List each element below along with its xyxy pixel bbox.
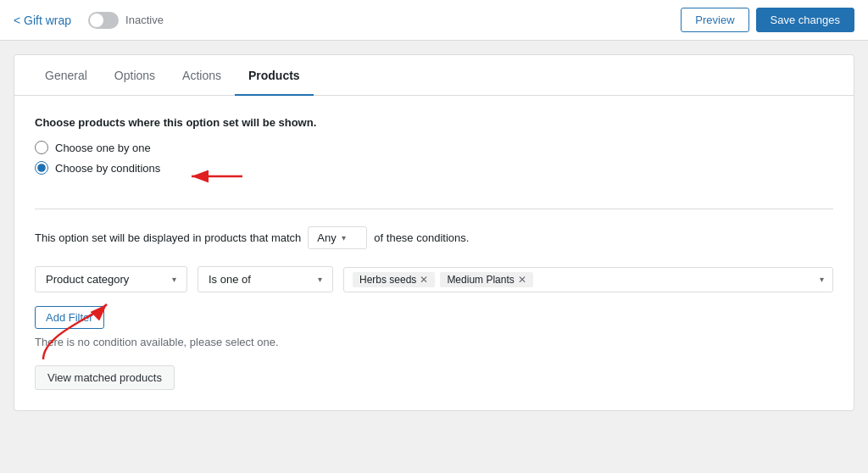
view-matched-button[interactable]: View matched products: [35, 365, 175, 390]
back-button[interactable]: < Gift wrap: [14, 14, 71, 27]
tag-medium-plants-label: Medium Plants: [447, 274, 514, 286]
radio-one-by-one-label: Choose one by one: [55, 142, 151, 154]
status-label: Inactive: [125, 14, 164, 26]
radio-one-by-one[interactable]: Choose one by one: [35, 141, 160, 154]
tab-actions[interactable]: Actions: [169, 55, 235, 96]
radio-by-conditions-label: Choose by conditions: [55, 162, 160, 175]
products-tab-content: Choose products where this option set wi…: [14, 96, 854, 410]
arrow-decoration-2: [26, 300, 128, 368]
status-toggle[interactable]: [88, 12, 119, 29]
tags-select-chevron: ▾: [820, 275, 824, 284]
header: < Gift wrap Inactive Preview Save change…: [0, 0, 868, 41]
arrow-decoration-1: [183, 164, 251, 188]
preview-button[interactable]: Preview: [681, 8, 748, 32]
tab-general[interactable]: General: [31, 55, 101, 96]
tags-select[interactable]: Herbs seeds ✕ Medium Plants ✕ ▾: [343, 267, 833, 292]
conditions-row: This option set will be displayed in pro…: [35, 226, 833, 249]
conditions-text-after: of these conditions.: [374, 231, 469, 244]
conditions-text-before: This option set will be displayed in pro…: [35, 231, 301, 244]
radio-one-by-one-input[interactable]: [35, 141, 48, 154]
match-value: Any: [317, 231, 336, 244]
radio-by-conditions-input[interactable]: [35, 161, 48, 175]
category-label: Product category: [46, 273, 129, 286]
tag-herbs-seeds: Herbs seeds ✕: [353, 272, 435, 287]
header-right: Preview Save changes: [681, 8, 854, 32]
toggle-wrapper: Inactive: [88, 12, 164, 29]
no-condition-text: There is no condition available, please …: [35, 336, 833, 348]
match-select[interactable]: Any ▾: [308, 226, 367, 249]
tab-bar: General Options Actions Products: [14, 55, 854, 96]
main-content: General Options Actions Products Choose …: [0, 41, 868, 473]
category-select[interactable]: Product category ▾: [35, 266, 187, 292]
category-chevron: ▾: [172, 275, 176, 284]
tag-herbs-seeds-label: Herbs seeds: [359, 274, 416, 286]
operator-label: Is one of: [209, 273, 251, 286]
content-card: General Options Actions Products Choose …: [14, 54, 854, 411]
tab-options[interactable]: Options: [101, 55, 169, 96]
save-button[interactable]: Save changes: [756, 8, 854, 32]
match-select-chevron: ▾: [342, 233, 346, 242]
tag-herbs-seeds-close[interactable]: ✕: [420, 274, 428, 286]
radio-group: Choose one by one Choose by conditions: [35, 141, 160, 175]
operator-chevron: ▾: [318, 275, 322, 284]
tag-medium-plants: Medium Plants ✕: [440, 272, 532, 287]
radio-by-conditions[interactable]: Choose by conditions: [35, 161, 160, 175]
tag-medium-plants-close[interactable]: ✕: [518, 274, 526, 286]
operator-select[interactable]: Is one of ▾: [198, 266, 333, 292]
filter-row: Product category ▾ Is one of ▾ Herbs see…: [35, 266, 833, 292]
tab-products[interactable]: Products: [235, 55, 314, 96]
header-left: < Gift wrap Inactive: [14, 12, 164, 29]
section-title: Choose products where this option set wi…: [35, 116, 833, 129]
